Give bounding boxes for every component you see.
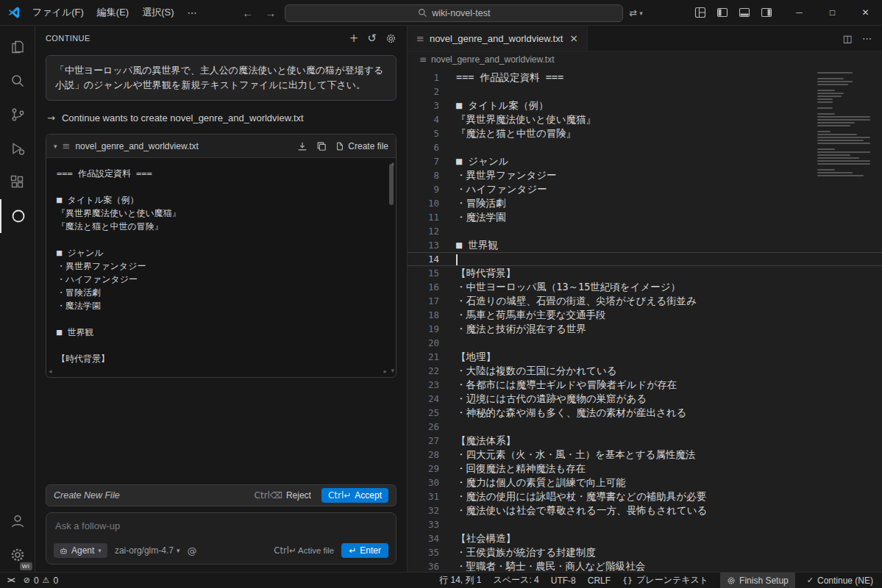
- editor-line[interactable]: 19・魔法と技術が混在する世界: [408, 322, 882, 336]
- editor-line[interactable]: 8・異世界ファンタジー: [408, 168, 882, 182]
- chevron-down-icon[interactable]: ▾: [54, 143, 57, 150]
- editor-line[interactable]: 9・ハイファンタジー: [408, 182, 882, 196]
- problems-indicator[interactable]: ⊘ 0 ⚠ 0: [24, 573, 58, 588]
- editor-line[interactable]: 35・王侯貴族が統治する封建制度: [408, 545, 882, 559]
- editor-line[interactable]: 11・魔法学園: [408, 210, 882, 224]
- editor-line[interactable]: 26: [408, 420, 882, 434]
- customize-layout-icon[interactable]: [694, 7, 706, 18]
- sidebar-item-search[interactable]: [0, 64, 35, 98]
- editor-line[interactable]: 2: [408, 85, 882, 98]
- scroll-left-icon[interactable]: ◂: [49, 368, 52, 375]
- forward-arrow-icon[interactable]: →: [262, 7, 279, 19]
- settings-button[interactable]: WI: [0, 538, 35, 572]
- encoding[interactable]: UTF-8: [551, 573, 576, 588]
- editor-line[interactable]: 29・回復魔法と精神魔法も存在: [408, 462, 882, 476]
- editor-line[interactable]: 12: [408, 224, 882, 238]
- editor-line[interactable]: 16・中世ヨーロッパ風（13～15世紀頃をイメージ）: [408, 280, 882, 294]
- gear-icon[interactable]: [385, 33, 396, 44]
- finish-setup-button[interactable]: Finish Setup: [720, 573, 795, 588]
- sidebar-item-extensions[interactable]: [0, 165, 35, 199]
- editor-line[interactable]: 31・魔法の使用には詠唱や杖・魔導書などの補助具が必要: [408, 490, 882, 503]
- new-session-button[interactable]: +: [349, 32, 359, 45]
- editor-line[interactable]: 7■ ジャンル: [408, 154, 882, 168]
- insert-at-cursor-icon[interactable]: [297, 141, 307, 151]
- scroll-up-icon[interactable]: ▴: [391, 159, 394, 167]
- language-mode[interactable]: {} プレーンテキスト: [622, 573, 708, 588]
- sidebar-item-explorer[interactable]: [0, 30, 35, 64]
- split-editor-icon[interactable]: ◫: [843, 33, 852, 44]
- editor-line[interactable]: 30・魔力は個人の素質と訓練で向上可能: [408, 476, 882, 490]
- sidebar-item-source-control[interactable]: [0, 98, 35, 132]
- close-button[interactable]: ✕: [849, 0, 882, 26]
- editor-line[interactable]: 25・神秘的な森や湖も多く、魔法の素材が産出される: [408, 406, 882, 420]
- editor-line[interactable]: 34【社会構造】: [408, 531, 882, 545]
- toggle-panel-icon[interactable]: [739, 7, 750, 18]
- sidebar-item-run-debug[interactable]: [0, 132, 35, 165]
- cursor-position[interactable]: 行 14, 列 1: [439, 573, 481, 588]
- menu-file[interactable]: ファイル(F): [26, 3, 90, 22]
- maximize-button[interactable]: □: [816, 0, 849, 26]
- editor-line[interactable]: 4『異世界魔法使いと使い魔猫』: [408, 112, 882, 126]
- toggle-secondary-sidebar-icon[interactable]: [761, 7, 772, 18]
- scrollbar[interactable]: [389, 164, 394, 205]
- editor-line[interactable]: 27【魔法体系】: [408, 434, 882, 448]
- tab-novel-file[interactable]: ≡ novel_genre_and_worldview.txt ×: [408, 26, 588, 51]
- editor-line[interactable]: 15【時代背景】: [408, 266, 882, 280]
- editor-line[interactable]: 6: [408, 140, 882, 154]
- model-selector[interactable]: zai-org/glm-4.7 ▾: [115, 545, 180, 556]
- editor-line[interactable]: 1=== 作品設定資料 ===: [408, 71, 882, 85]
- command-center-search[interactable]: wiki-novel-test: [285, 4, 623, 22]
- code-card-lines[interactable]: === 作品設定資料 ===■ タイトル案（例）『異世界魔法使いと使い魔猫』『魔…: [46, 158, 396, 377]
- line-number: 11: [408, 210, 439, 224]
- editor-line[interactable]: 13■ 世界観: [408, 238, 882, 252]
- toggle-primary-sidebar-icon[interactable]: [716, 7, 728, 18]
- editor-line[interactable]: 28・四大元素（火・水・風・土）を基本とする属性魔法: [408, 448, 882, 462]
- editor-line[interactable]: 24・辺境には古代の遺跡や魔物の巣窟がある: [408, 392, 882, 406]
- accept-button[interactable]: Ctrl↵ Accept: [321, 488, 388, 503]
- scroll-right-icon[interactable]: ▸: [383, 368, 387, 375]
- line-number: 26: [408, 420, 439, 434]
- editor-line[interactable]: 5『魔法と猫と中世の冒険』: [408, 126, 882, 140]
- editor-line[interactable]: 22・大陸は複数の王国に分かれている: [408, 364, 882, 378]
- editor-actions-more-icon[interactable]: ⋯: [862, 33, 872, 44]
- create-file-button[interactable]: Create file: [335, 141, 388, 151]
- continue-status[interactable]: ✓ Continue (NE): [807, 573, 873, 588]
- editor-line[interactable]: 21【地理】: [408, 350, 882, 364]
- menu-more[interactable]: ⋯: [182, 4, 203, 21]
- minimize-button[interactable]: ─: [783, 0, 816, 26]
- editor-line[interactable]: 36・聖職者・騎士・農民・商人など階級社会: [408, 559, 882, 572]
- line-number: 35: [408, 545, 439, 559]
- editor-line[interactable]: 23・各都市には魔導士ギルドや冒険者ギルドが存在: [408, 378, 882, 392]
- tab-close-icon[interactable]: ×: [568, 32, 580, 44]
- menu-selection[interactable]: 選択(S): [136, 3, 179, 22]
- editor-line[interactable]: 14: [408, 252, 882, 266]
- scroll-down-icon[interactable]: ▾: [391, 367, 394, 374]
- editor-line[interactable]: 10・冒険活劇: [408, 196, 882, 210]
- copilot-button[interactable]: ⇄ ▾: [629, 7, 642, 18]
- menu-edit[interactable]: 編集(E): [91, 3, 135, 22]
- editor-line[interactable]: 3■ タイトル案（例）: [408, 98, 882, 112]
- eol-sequence[interactable]: CRLF: [588, 573, 611, 588]
- indentation[interactable]: スペース: 4: [494, 573, 539, 588]
- editor-line[interactable]: 33: [408, 517, 882, 531]
- breadcrumb[interactable]: ≡ novel_genre_and_worldview.txt: [408, 51, 882, 68]
- editor-line[interactable]: 18・馬車と荷馬車が主要な交通手段: [408, 308, 882, 322]
- reject-button[interactable]: Ctrl⌫ Reject: [255, 490, 311, 501]
- status-bar: >< ⊘ 0 ⚠ 0 行 14, 列 1 スペース: 4 UTF-8 CRLF …: [0, 572, 882, 588]
- add-context-button[interactable]: @: [187, 545, 196, 556]
- copy-icon[interactable]: [316, 141, 327, 151]
- editor-line[interactable]: 17・石造りの城壁、石畳の街道、尖塔がそびえる街並み: [408, 294, 882, 308]
- editor-line[interactable]: 32・魔法使いは社会で尊敬される一方、畏怖もされている: [408, 503, 882, 517]
- sidebar-item-continue[interactable]: [0, 199, 35, 233]
- accounts-button[interactable]: [0, 504, 35, 538]
- back-arrow-icon[interactable]: ←: [239, 7, 256, 19]
- editor-content[interactable]: 1=== 作品設定資料 ===23■ タイトル案（例）4『異世界魔法使いと使い魔…: [408, 68, 882, 572]
- remote-indicator[interactable]: ><: [7, 573, 15, 588]
- send-button[interactable]: ↵ Enter: [341, 543, 388, 558]
- chat-input[interactable]: Ask a follow-up: [54, 520, 388, 531]
- history-icon[interactable]: ↺: [367, 32, 377, 45]
- editor-line[interactable]: 20: [408, 336, 882, 350]
- editor-group: ≡ novel_genre_and_worldview.txt × ◫ ⋯ ≡ …: [408, 26, 882, 572]
- agent-mode-selector[interactable]: Agent ▾: [54, 543, 107, 558]
- minimap[interactable]: [817, 72, 876, 178]
